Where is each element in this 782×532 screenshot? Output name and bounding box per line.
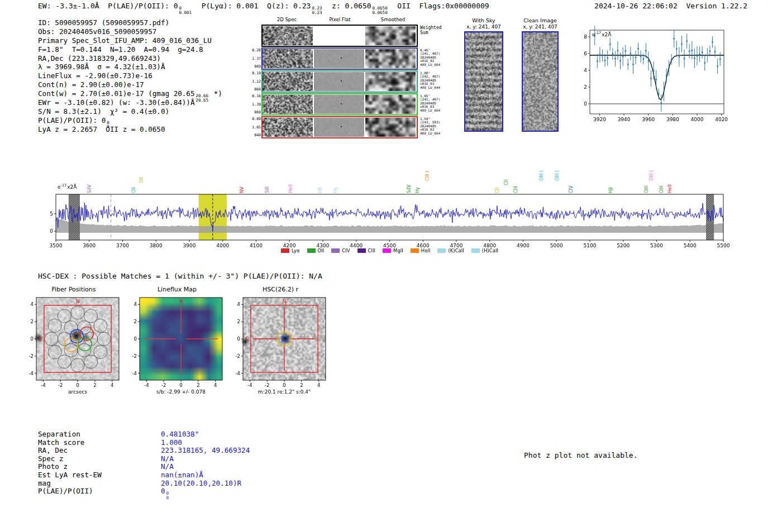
legend-swatch [411, 248, 419, 253]
spec2d-cell-2dspec [263, 49, 313, 68]
spec2d-cell-2dspec [263, 95, 313, 114]
spectral-line-marker: OIII ( [555, 170, 560, 181]
line-fit-plot [575, 26, 729, 130]
info-line: LineFlux = -2.90(±0.73)e-16 [38, 71, 222, 80]
photz-note: Phot z plot not available. [524, 451, 638, 459]
match-field-value: nan(±nan)Å [161, 471, 203, 479]
spec2d-row: WeightedSum [261, 25, 418, 47]
match-field-value: 20.10(20.10,20.10)R [161, 479, 241, 487]
clean-image-coords: x, y: 241, 407 [515, 24, 565, 30]
spectral-line-marker: OIII ( [539, 170, 544, 181]
with-sky-title: With Sky [458, 17, 509, 23]
legend-label: (H)CaII [482, 248, 498, 253]
match-field-value: 000 [161, 487, 170, 500]
spec2d-cell-smoothed [365, 72, 416, 91]
spec2d-cell-2dspec [263, 72, 313, 91]
spec2d-row: 0.161.390691.05"(241, 407)20240405v016_0… [261, 93, 418, 116]
match-row: Spec zN/A [38, 454, 284, 463]
legend-swatch [307, 248, 316, 253]
spec2d-cell-2dspec [263, 26, 313, 45]
legend-swatch [331, 248, 340, 253]
legend-swatch [357, 248, 366, 253]
with-sky-image [464, 31, 503, 132]
full-spectrum-plot [47, 182, 732, 257]
fiber-id-labels: 0.46"(241, 407)20240405v016_02409_LU_064 [420, 49, 456, 66]
lineflux-map-image [124, 294, 230, 398]
match-field-label: P(LAE)/P(OII) [38, 487, 93, 495]
legend-label: MgII [393, 248, 403, 253]
detection-info-block: ID: 5090059957 (5090059957.pdf)Obs: 2024… [38, 18, 222, 134]
header-metric: Flags:0x00000009 [419, 2, 489, 10]
info-line: Primary Spec_Slot_IFU_AMP: 409_016_036_L… [38, 36, 222, 45]
info-line: P(LAE)/P(OII): 000 [38, 116, 222, 125]
header-metric: z: 0.0650 [332, 2, 371, 10]
fiber-id-labels: 1.00"(242, 407)20240405v016_03409_LU_044 [420, 71, 456, 89]
legend-swatch [281, 248, 289, 253]
spec2d-cell-pixelflat [314, 118, 364, 137]
header-metric: OII [397, 2, 410, 10]
lineflux-map-title: Lineflux Map [124, 286, 230, 293]
info-line: RA,Dec (223.318329,49.669243) [38, 54, 222, 63]
match-field-value: 0.481038" [161, 430, 199, 438]
legend-item: MgII [383, 248, 403, 253]
info-line: LyA z = 2.2657 OII z = 0.0650 [38, 125, 222, 134]
match-row: mag20.10(20.10,20.10)R [38, 479, 284, 487]
legend-item: Lyα [281, 248, 300, 253]
match-field-value: N/A [161, 454, 174, 463]
fiber-id-labels: 1.05"(241, 407)20240405v016_03409_LU_064 [420, 94, 456, 112]
with-sky-coords: x, y: 241, 407 [458, 24, 509, 30]
spec2d-cutout-grid: 2D Spec Pixel Flat Smoothed WeightedSum0… [246, 16, 447, 147]
legend-item: OII [307, 248, 325, 253]
fiber-positions-title: Fiber Positions [21, 286, 127, 293]
hsc-r-title: HSC(26.2) r [227, 286, 333, 293]
fiber-weight-labels: 0.281.37069 [247, 49, 261, 69]
spec2d-cell-smoothed [365, 26, 416, 45]
legend-swatch [471, 248, 480, 253]
match-row: Separation0.481038" [38, 430, 284, 438]
match-row: RA, Dec223.318165, 49.669324 [38, 446, 284, 454]
value-stack: 00.001 [179, 6, 192, 15]
match-field-value: 223.318165, 49.669324 [161, 446, 250, 454]
header-timestamp-version: 2024-10-26 22:06:02 Version 1.22.2 [594, 2, 747, 10]
info-line: λ = 3969.98Å σ = 4.32(±1.03)Å [38, 63, 222, 71]
legend-item: CIII [357, 248, 375, 253]
header-metric: EW: -3.3±-1.0Å [38, 2, 99, 10]
fiber-weight-labels: 0.161.39069 [247, 94, 261, 114]
spectrum-legend: LyαOIICIVCIIIMgIIHeII(K)CaII(H)CaII [47, 248, 732, 253]
legend-item: CIV [331, 248, 350, 253]
fiber-weight-labels: 0.191.12069 [247, 71, 261, 92]
match-row: Match score1.000 [38, 438, 284, 447]
spec2d-row: 0.191.120691.00"(242, 407)20240405v016_0… [261, 70, 418, 93]
info-line: Cont(n) = 2.90(±0.00)e-17 [38, 80, 222, 89]
info-line: EWr = -3.10(±0.82) (w: -3.30(±0.84))Å [38, 98, 222, 107]
column-header-2dspec: 2D Spec [260, 17, 313, 22]
fiber-id-labels: 1.54"(243, 583)20240405v016_03409_LU_064 [420, 117, 456, 135]
header-metric: Q(z): 0.23 [267, 2, 311, 10]
legend-item: (K)CaII [437, 248, 464, 253]
value-stack: 00 [166, 491, 169, 500]
match-field-label: RA, Dec [38, 446, 68, 454]
match-field-value: N/A [161, 462, 174, 471]
match-field-label: Separation [38, 430, 80, 438]
header-summary: EW: -3.3±-1.0Å P(LAE)/P(OII): 000.001 P(… [38, 2, 498, 15]
spec2d-cell-pixelflat [314, 26, 364, 45]
match-row: Photo zN/A [38, 462, 284, 471]
spec2d-cell-smoothed [365, 49, 416, 68]
match-row: P(LAE)/P(OII)000 [38, 487, 284, 495]
info-line: S/N = 8.3(±2.1) χ² = 0.4(±0.0) [38, 107, 222, 116]
header-metric: P(Lyα): 0.001 [202, 2, 259, 10]
hsc-match-header: HSC-DEX : Possible Matches = 1 (within +… [38, 272, 322, 280]
match-field-label: Spec z [38, 454, 64, 463]
spec2d-row: 0.091.650491.54"(243, 583)20240405v016_0… [261, 116, 418, 138]
value-stack: 20.6620.65 [196, 94, 209, 102]
elixer-detection-report: EW: -3.3±-1.0Å P(LAE)/P(OII): 000.001 P(… [0, 0, 782, 532]
spec2d-cell-2dspec [263, 118, 313, 137]
header-metric: P(LAE)/P(OII): 0 [108, 2, 178, 10]
legend-label: OII [318, 248, 325, 253]
legend-label: HeII [421, 248, 431, 253]
match-field-label: mag [38, 479, 51, 487]
column-header-pixelflat: Pixel Flat [313, 17, 366, 22]
legend-swatch [437, 248, 446, 253]
fiber-positions-image [21, 294, 127, 398]
match-row: Est LyA rest-EWnan(±nan)Å [38, 471, 284, 479]
